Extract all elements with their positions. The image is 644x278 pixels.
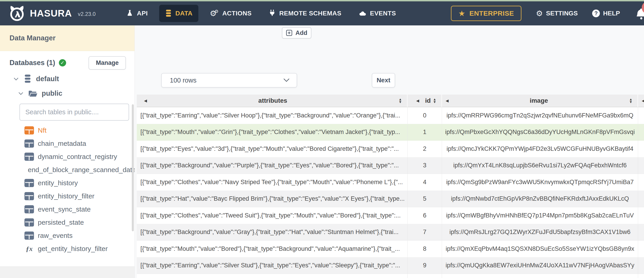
cloud-icon bbox=[359, 11, 366, 16]
sidebar-item-get-entity-history-filter[interactable]: ƒx get_entity_history_filter bbox=[0, 242, 134, 255]
tree-node-database[interactable]: default bbox=[0, 73, 134, 85]
sort-icon[interactable]: ▲▼ bbox=[629, 98, 638, 103]
plug-icon bbox=[269, 9, 276, 18]
cell-image: ipfs://QmXEqPbvM4aq1SQSXN8DSuEcSo5SseYW1… bbox=[442, 241, 638, 257]
cell-clipped bbox=[638, 241, 644, 257]
cell-clipped bbox=[638, 157, 644, 174]
help-label: HELP bbox=[603, 10, 620, 17]
cell-image: ipfs://QmRRPWG96cmgTn2qSzjwr2qvfNEuhunv6… bbox=[442, 107, 638, 124]
collapse-column-icon: ◀ bbox=[638, 98, 644, 103]
table-row: [{"trait_type":"Clothes","value":"Navy S… bbox=[137, 174, 644, 191]
column-header-id[interactable]: ◀ id ▲▼ bbox=[408, 95, 442, 107]
sort-icon[interactable]: ▲▼ bbox=[433, 98, 436, 103]
cell-attributes: [{"trait_type":"Mouth","value":"Grin"},{… bbox=[137, 124, 408, 141]
sidebar-item-event-sync-state[interactable]: event_sync_state bbox=[0, 203, 134, 216]
hasura-logo-icon bbox=[8, 5, 25, 22]
table-header-row: ◀ attributes ▲▼ ◀ id ▲▼ ◀ image ▲▼ bbox=[137, 95, 644, 107]
nav-tab-api[interactable]: API bbox=[120, 5, 154, 22]
nav-tab-actions[interactable]: ⚙⚙ ACTIONS bbox=[204, 5, 258, 22]
page-title: Data Manager bbox=[10, 34, 56, 42]
nav-tab-label: EVENTS bbox=[370, 10, 396, 17]
plus-square-icon bbox=[286, 30, 292, 36]
sort-icon[interactable]: ▲▼ bbox=[398, 98, 407, 103]
cell-attributes bbox=[137, 274, 408, 278]
cell-id: 9 bbox=[408, 257, 442, 274]
folder-open-icon bbox=[28, 90, 38, 97]
cell-clipped bbox=[638, 174, 644, 191]
cell-image: ipfs://QmNwbd7ctEhGpVkP8nZvBBQfiNeFKRdxf… bbox=[442, 191, 638, 207]
sidebar-scrollbar[interactable] bbox=[132, 104, 134, 231]
rows-per-page-select[interactable]: 100 rows bbox=[161, 73, 297, 87]
nav-tab-events[interactable]: EVENTS bbox=[353, 5, 402, 22]
tree-node-schema[interactable]: public bbox=[0, 88, 134, 99]
notifications-button[interactable]: 8 bbox=[634, 6, 644, 21]
sql-section-label: SQL bbox=[10, 276, 24, 278]
table-icon bbox=[24, 126, 34, 135]
main-content: Add 100 rows Next ◀ attributes ▲▼ ◀ id bbox=[135, 25, 644, 278]
sidebar-item-end-of-block-range-scanned-data[interactable]: end_of_block_range_scanned_data bbox=[0, 163, 134, 176]
rows-select-value: 100 rows bbox=[170, 77, 196, 84]
top-navigation-bar: HASURA v2.23.0 API DATA ⚙⚙ bbox=[0, 1, 644, 25]
cell-id: 2 bbox=[408, 141, 442, 157]
nav-tab-label: DATA bbox=[176, 10, 193, 17]
next-page-button[interactable]: Next bbox=[372, 73, 395, 87]
cell-attributes: [{"trait_type":"Background","value":"Gra… bbox=[137, 224, 408, 241]
table-icon bbox=[24, 192, 34, 200]
table-icon bbox=[24, 205, 34, 214]
check-circle-icon: ✓ bbox=[59, 59, 66, 66]
cell-image: ipfs://QmRsJLrg27GQ1ZWyrXZFuJFdU5bapfzsy… bbox=[442, 224, 638, 241]
table-icon bbox=[24, 139, 34, 148]
sidebar-item-entity-history-filter[interactable]: entity_history_filter bbox=[0, 190, 134, 203]
manage-button[interactable]: Manage bbox=[88, 56, 126, 70]
help-button[interactable]: ? HELP bbox=[592, 10, 620, 17]
cell-attributes: [{"trait_type":"Hat","value":"Bayc Flipp… bbox=[137, 191, 408, 207]
sidebar-item-raw-events[interactable]: raw_events bbox=[0, 229, 134, 242]
main-nav: API DATA ⚙⚙ ACTIONS bbox=[120, 5, 402, 22]
table-row: [{"trait_type":"Mouth","value":"Grin"},{… bbox=[137, 124, 644, 141]
nav-tab-label: REMOTE SCHEMAS bbox=[279, 10, 342, 17]
table-icon bbox=[24, 218, 34, 227]
column-header-attributes[interactable]: ◀ attributes ▲▼ bbox=[137, 95, 408, 107]
sidebar-item-dynamic-contract-registry[interactable]: dynamic_contract_registry bbox=[0, 150, 134, 163]
star-icon: ★ bbox=[458, 10, 465, 17]
column-header-image[interactable]: ◀ image ▲▼ bbox=[442, 95, 638, 107]
nav-tab-data[interactable]: DATA bbox=[159, 5, 198, 22]
cell-image bbox=[442, 274, 638, 278]
function-icon: ƒx bbox=[24, 245, 34, 253]
collapse-column-icon[interactable]: ◀ bbox=[442, 98, 448, 103]
settings-button[interactable]: ⚙ SETTINGS bbox=[536, 10, 578, 17]
table-row: [{"trait_type":"Eyes","value":"3d"},{"tr… bbox=[137, 141, 644, 157]
sidebar-item-persisted-state[interactable]: persisted_state bbox=[0, 216, 134, 229]
add-row-button[interactable]: Add bbox=[282, 27, 311, 39]
search-input[interactable] bbox=[20, 104, 129, 121]
table-row: [{"trait_type":"Clothes","value":"Tweed … bbox=[137, 207, 644, 224]
cell-attributes: [{"trait_type":"Mouth","value":"Bored"},… bbox=[137, 241, 408, 257]
nav-tab-remote-schemas[interactable]: REMOTE SCHEMAS bbox=[263, 5, 347, 22]
collapse-column-icon[interactable]: ◀ bbox=[412, 98, 419, 103]
cell-attributes: [{"trait_type":"Clothes","value":"Tweed … bbox=[137, 207, 408, 224]
cell-image: ipfs://QmPbxeGcXhYQQNgsC6a36dDyYUcHgMLnG… bbox=[442, 124, 638, 141]
hasura-logo[interactable]: HASURA v2.23.0 bbox=[8, 5, 96, 22]
table-row: [{"trait_type":"Earring","value":"Silver… bbox=[137, 107, 644, 124]
cell-attributes: [{"trait_type":"Background","value":"Pur… bbox=[137, 157, 408, 174]
sidebar-footer[interactable]: SQL bbox=[0, 266, 134, 278]
cell-attributes: [{"trait_type":"Eyes","value":"3d"},{"tr… bbox=[137, 141, 408, 157]
enterprise-button[interactable]: ★ ENTERPRISE bbox=[451, 6, 522, 21]
nav-tab-label: ACTIONS bbox=[222, 10, 252, 17]
collapse-column-icon[interactable]: ◀ bbox=[140, 98, 147, 103]
sidebar-item-nft[interactable]: Nft bbox=[0, 124, 134, 137]
cell-image: ipfs://QmUQgKka8EW7exiUHnMwZ4UoXA11wV7NF… bbox=[442, 257, 638, 274]
settings-label: SETTINGS bbox=[546, 10, 578, 17]
cell-clipped bbox=[638, 124, 644, 141]
cell-clipped bbox=[638, 107, 644, 124]
gears-icon: ⚙⚙ bbox=[210, 10, 218, 17]
sidebar-item-entity-history[interactable]: entity_history bbox=[0, 176, 134, 190]
cell-id: 3 bbox=[408, 157, 442, 174]
cell-id: 7 bbox=[408, 224, 442, 241]
table-row: [{"trait_type":"Background","value":"Gra… bbox=[137, 224, 644, 241]
topbar-right: ★ ENTERPRISE ⚙ SETTINGS ? HELP 8 bbox=[451, 6, 644, 21]
cell-image: ipfs://QmSg9bPzW9anFYc3wWU5KnvymwkxQTpmq… bbox=[442, 174, 638, 191]
databases-row: Databases (1) ✓ Manage bbox=[10, 56, 126, 69]
cell-attributes: [{"trait_type":"Clothes","value":"Navy S… bbox=[137, 174, 408, 191]
sidebar-item-chain-metadata[interactable]: chain_metadata bbox=[0, 137, 134, 150]
